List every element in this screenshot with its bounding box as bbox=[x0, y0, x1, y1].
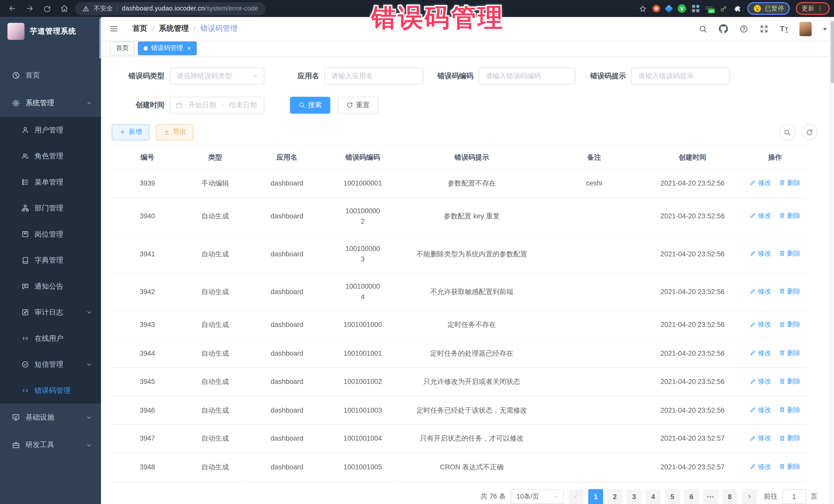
reset-button[interactable]: 重置 bbox=[338, 96, 378, 113]
delete-link[interactable]: 删除 bbox=[778, 433, 800, 443]
page-size-select[interactable]: 10条/页 bbox=[511, 489, 564, 504]
cell-app: dashboard bbox=[246, 198, 328, 235]
extension-key-icon[interactable] bbox=[720, 5, 727, 13]
breadcrumb-home[interactable]: 首页 bbox=[132, 24, 147, 34]
app-name-input[interactable]: 请输入应用名 bbox=[324, 67, 423, 84]
sidebar-item-系统管理[interactable]: 系统管理 bbox=[0, 89, 101, 117]
page-button-8[interactable]: 8 bbox=[722, 489, 737, 504]
scrollbar-thumb[interactable] bbox=[831, 21, 834, 83]
edit-link[interactable]: 修改 bbox=[749, 211, 771, 221]
goto-page-input[interactable]: 1 bbox=[783, 489, 806, 504]
page-button-3[interactable]: 3 bbox=[627, 489, 641, 504]
edit-link[interactable]: 修改 bbox=[749, 348, 771, 358]
online-user-icon bbox=[21, 334, 29, 342]
table-toolbar: 新增 导出 bbox=[110, 124, 825, 140]
export-button[interactable]: 导出 bbox=[156, 124, 194, 140]
sidebar-item-审计日志[interactable]: 审计日志 bbox=[0, 299, 101, 325]
edit-link[interactable]: 修改 bbox=[749, 177, 771, 188]
delete-link[interactable]: 删除 bbox=[778, 319, 800, 329]
extension-gem-icon[interactable] bbox=[665, 4, 673, 13]
caret-down-icon[interactable] bbox=[823, 28, 827, 32]
hamburger-icon[interactable] bbox=[109, 24, 118, 34]
reload-icon[interactable] bbox=[43, 5, 51, 13]
bookmark-star-icon[interactable] bbox=[639, 5, 647, 13]
sidebar-item-角色管理[interactable]: 角色管理 bbox=[0, 143, 101, 169]
error-hint-input[interactable]: 请输入错误码提示 bbox=[631, 67, 729, 84]
page-button-•••[interactable]: ••• bbox=[703, 489, 718, 504]
next-page-button[interactable] bbox=[742, 489, 757, 504]
delete-link[interactable]: 删除 bbox=[778, 177, 800, 188]
start-date-input[interactable]: 开始日期 bbox=[187, 100, 218, 110]
sidebar-item-label: 岗位管理 bbox=[35, 229, 63, 239]
edit-link[interactable]: 修改 bbox=[749, 433, 771, 443]
extension-grid-icon[interactable] bbox=[692, 5, 700, 12]
tab-error-code[interactable]: 错误码管理 × bbox=[138, 41, 197, 55]
delete-link[interactable]: 删除 bbox=[778, 461, 800, 472]
forward-icon[interactable] bbox=[25, 4, 34, 13]
edit-link[interactable]: 修改 bbox=[749, 376, 771, 387]
sidebar-scrollbar-thumb[interactable] bbox=[100, 18, 101, 58]
font-size-icon[interactable]: TT bbox=[780, 25, 788, 32]
page-button-6[interactable]: 6 bbox=[684, 489, 699, 504]
edit-link[interactable]: 修改 bbox=[749, 286, 771, 297]
edit-link[interactable]: 修改 bbox=[749, 461, 771, 472]
page-scrollbar[interactable] bbox=[830, 17, 834, 504]
github-icon[interactable] bbox=[719, 24, 728, 34]
search-button[interactable]: 搜索 bbox=[290, 96, 331, 113]
refresh-table-button[interactable] bbox=[802, 124, 817, 140]
close-icon[interactable]: × bbox=[187, 45, 191, 51]
sidebar-item-首页[interactable]: 首页 bbox=[0, 62, 101, 89]
delete-link[interactable]: 删除 bbox=[778, 376, 800, 387]
end-date-input[interactable]: 结束日期 bbox=[227, 100, 258, 110]
sidebar-item-菜单管理[interactable]: 菜单管理 bbox=[0, 169, 101, 195]
sidebar-item-岗位管理[interactable]: 岗位管理 bbox=[0, 221, 101, 247]
edit-link[interactable]: 修改 bbox=[749, 404, 771, 415]
help-icon[interactable] bbox=[740, 24, 749, 33]
trash-icon bbox=[778, 288, 786, 294]
fullscreen-icon[interactable] bbox=[760, 24, 769, 33]
sidebar-item-用户管理[interactable]: 用户管理 bbox=[0, 117, 101, 143]
back-icon[interactable] bbox=[8, 4, 17, 13]
prev-page-button[interactable] bbox=[569, 489, 584, 504]
search-icon[interactable] bbox=[699, 24, 707, 33]
add-button[interactable]: 新增 bbox=[112, 124, 149, 140]
refresh-icon bbox=[346, 102, 353, 109]
tab-home[interactable]: 首页 bbox=[110, 41, 134, 55]
sidebar-item-部门管理[interactable]: 部门管理 bbox=[0, 195, 101, 221]
sidebar-item-通知公告[interactable]: 通知公告 bbox=[0, 273, 101, 300]
browser-update-button[interactable]: 更新 bbox=[796, 2, 830, 15]
extension-on-icon[interactable]: on bbox=[705, 5, 714, 12]
profile-paused-button[interactable]: 已暂停 bbox=[747, 2, 790, 15]
home-icon[interactable] bbox=[60, 4, 68, 13]
sidebar-item-在线用户[interactable]: 在线用户 bbox=[0, 325, 101, 352]
error-type-select[interactable]: 请选择错误码类型 bbox=[170, 67, 264, 84]
menu-dots-icon[interactable] bbox=[816, 5, 824, 12]
date-range-picker[interactable]: 开始日期 - 结束日期 bbox=[170, 96, 264, 113]
address-bar[interactable]: 不安全 dashboard.yudao.iocoder.cn/system/er… bbox=[75, 2, 265, 15]
edit-link[interactable]: 修改 bbox=[749, 319, 771, 329]
page-button-4[interactable]: 4 bbox=[646, 489, 660, 504]
sidebar-item-短信管理[interactable]: 短信管理 bbox=[0, 351, 101, 377]
delete-link[interactable]: 删除 bbox=[778, 211, 800, 221]
app-logo[interactable]: 芋道管理系统 bbox=[0, 17, 101, 46]
delete-link[interactable]: 删除 bbox=[778, 286, 800, 297]
sidebar-item-字典管理[interactable]: 字典管理 bbox=[0, 247, 101, 273]
user-avatar[interactable] bbox=[799, 22, 812, 36]
extension-shield-icon[interactable] bbox=[653, 5, 660, 12]
breadcrumb-system[interactable]: 系统管理 bbox=[159, 24, 189, 34]
delete-link[interactable]: 删除 bbox=[778, 248, 800, 259]
page-button-5[interactable]: 5 bbox=[665, 489, 680, 504]
show-search-button[interactable] bbox=[780, 124, 795, 140]
page-button-1[interactable]: 1 bbox=[588, 489, 603, 504]
sidebar-item-研发工具[interactable]: 研发工具 bbox=[0, 431, 101, 459]
extension-v-icon[interactable] bbox=[678, 4, 686, 13]
edit-link[interactable]: 修改 bbox=[749, 248, 771, 259]
error-code-input[interactable]: 请输入错误码编码 bbox=[479, 67, 575, 84]
sidebar-item-基础设施[interactable]: 基础设施 bbox=[0, 403, 101, 431]
sidebar-item-错误码管理[interactable]: 错误码管理 bbox=[0, 377, 101, 404]
delete-link[interactable]: 删除 bbox=[778, 348, 800, 358]
delete-link[interactable]: 删除 bbox=[778, 404, 800, 415]
extensions-puzzle-icon[interactable] bbox=[733, 5, 741, 13]
chevron-down-icon bbox=[86, 414, 93, 421]
page-button-2[interactable]: 2 bbox=[608, 489, 622, 504]
